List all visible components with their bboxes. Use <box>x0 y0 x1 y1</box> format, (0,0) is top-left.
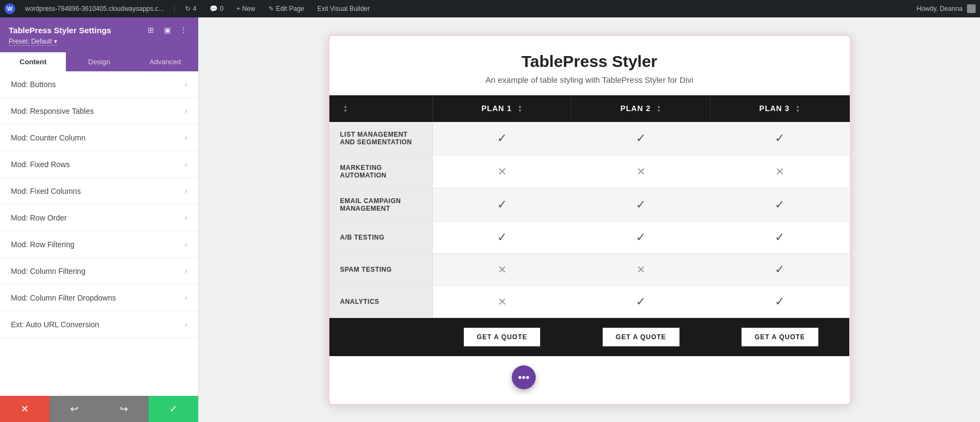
sep1: | <box>174 5 175 13</box>
sidebar-item-fixed-rows[interactable]: Mod: Fixed Rows › <box>0 151 198 178</box>
check-icon: ✓ <box>636 131 646 145</box>
sidebar-item-buttons[interactable]: Mod: Buttons › <box>0 71 198 98</box>
sort-icon: ▲▼ <box>795 105 800 113</box>
tab-advanced[interactable]: Advanced <box>132 52 198 71</box>
sidebar-actions: ✕ ↩ ↪ ✓ <box>0 396 198 422</box>
check-icon: ✓ <box>775 230 785 244</box>
sidebar-item-auto-url-conversion[interactable]: Ext: Auto URL Conversion › <box>0 311 198 338</box>
main-layout: TablePress Styler Settings ⊞ ▣ ⋮ Preset:… <box>0 17 980 422</box>
chevron-down-icon: › <box>185 241 187 248</box>
plan1-cell: ✓ <box>433 221 572 253</box>
content-area: TablePress Styler An example of table st… <box>199 17 980 422</box>
plan2-cell: ✓ <box>572 285 710 317</box>
exit-builder-label: Exit Visual Builder <box>317 5 370 13</box>
sidebar-preset[interactable]: Preset: Default ▾ <box>9 38 57 46</box>
get-quote-plan3-button[interactable]: GET A QUOTE <box>740 327 819 347</box>
plan2-cell: ✓ <box>572 188 710 221</box>
plan1-cell: ✕ <box>433 253 572 285</box>
footer-plan1-cell: GET A QUOTE <box>433 317 572 356</box>
sort-icon: ▲▼ <box>344 105 348 113</box>
check-icon: ✓ <box>497 230 507 244</box>
admin-bar: W wordpress-784896-3610405.cloudwaysapps… <box>0 0 980 17</box>
redo-icon: ↪ <box>120 403 128 415</box>
sidebar-item-column-filter-dropdowns[interactable]: Mod: Column Filter Dropdowns › <box>0 285 198 311</box>
admin-bar-right: Howdy, Deanna <box>917 4 976 13</box>
sidebar-item-row-filtering[interactable]: Mod: Row Filtering › <box>0 231 198 258</box>
sort-icon: ▲▼ <box>657 105 661 113</box>
redo-button[interactable]: ↪ <box>99 396 149 422</box>
fab-icon: ••• <box>518 371 529 384</box>
check-icon: ✓ <box>775 131 785 145</box>
get-quote-plan1-button[interactable]: GET A QUOTE <box>463 327 542 347</box>
cross-icon: ✕ <box>636 264 646 276</box>
admin-bar-edit-page[interactable]: ✎ Edit Page <box>265 0 308 17</box>
sidebar-items-list: Mod: Buttons › Mod: Responsive Tables › … <box>0 71 198 396</box>
check-icon: ✓ <box>775 262 785 276</box>
footer-plan2-cell: GET A QUOTE <box>572 317 710 356</box>
sidebar-item-column-filtering[interactable]: Mod: Column Filtering › <box>0 258 198 285</box>
user-avatar[interactable] <box>967 4 976 13</box>
plan1-cell: ✓ <box>433 188 572 221</box>
feature-cell: SPAM TESTING <box>329 253 433 285</box>
sidebar-header-top: TablePress Styler Settings ⊞ ▣ ⋮ <box>9 24 189 36</box>
plan2-cell: ✕ <box>572 253 710 285</box>
col-plan1-header[interactable]: PLAN 1 ▲▼ <box>433 95 572 122</box>
get-quote-plan2-button[interactable]: GET A QUOTE <box>602 327 681 347</box>
plan1-cell: ✕ <box>433 285 572 317</box>
plan2-cell: ✓ <box>572 221 710 253</box>
table-row: EMAIL CAMPAIGN MANAGEMENT✓✓✓ <box>329 188 850 221</box>
check-icon: ✓ <box>636 198 646 211</box>
wp-logo-icon[interactable]: W <box>4 3 15 14</box>
chevron-down-icon: › <box>185 161 187 168</box>
chevron-down-icon: › <box>185 214 187 222</box>
new-label: + New <box>236 5 255 13</box>
feature-cell: A/B TESTING <box>329 221 433 253</box>
feature-cell: ANALYTICS <box>329 285 433 317</box>
admin-bar-site[interactable]: wordpress-784896-3610405.cloudwaysapps.c… <box>22 0 167 17</box>
undo-icon: ↩ <box>70 403 78 415</box>
sidebar-item-counter-column[interactable]: Mod: Counter Column › <box>0 125 198 151</box>
cross-icon: ✕ <box>775 166 785 178</box>
sidebar-item-responsive-tables[interactable]: Mod: Responsive Tables › <box>0 98 198 125</box>
table-footer-row: GET A QUOTE GET A QUOTE GET A QUOTE <box>329 317 850 356</box>
feature-cell: LIST MANAGEMENT AND SEGMENTATION <box>329 122 433 155</box>
check-icon: ✓ <box>497 198 507 211</box>
floating-action-button[interactable]: ••• <box>512 365 536 389</box>
plan3-cell: ✓ <box>710 188 849 221</box>
admin-bar-exit-builder[interactable]: Exit Visual Builder <box>314 0 373 17</box>
check-icon: ✓ <box>636 230 646 244</box>
sidebar-item-fixed-columns[interactable]: Mod: Fixed Columns › <box>0 178 198 205</box>
table-card: TablePress Styler An example of table st… <box>328 35 851 405</box>
sidebar-minimize-icon[interactable]: ⊞ <box>145 24 157 36</box>
tab-design[interactable]: Design <box>66 52 132 71</box>
sidebar-expand-icon[interactable]: ▣ <box>161 24 173 36</box>
table-main-title: TablePress Styler <box>340 52 839 71</box>
admin-bar-new[interactable]: + New <box>233 0 258 17</box>
feature-cell: EMAIL CAMPAIGN MANAGEMENT <box>329 188 433 221</box>
sidebar-more-icon[interactable]: ⋮ <box>177 24 189 36</box>
col-plan3-header[interactable]: PLAN 3 ▲▼ <box>710 95 849 122</box>
cross-icon: ✕ <box>498 296 507 308</box>
tab-content[interactable]: Content <box>0 52 66 71</box>
chevron-down-icon: › <box>185 134 187 142</box>
undo-button[interactable]: ↩ <box>50 396 99 422</box>
table-row: A/B TESTING✓✓✓ <box>329 221 850 253</box>
sidebar-header-icons: ⊞ ▣ ⋮ <box>145 24 189 36</box>
save-button[interactable]: ✓ <box>149 396 198 422</box>
chevron-down-icon: › <box>185 107 187 115</box>
admin-bar-refresh[interactable]: ↻ 4 <box>182 0 200 17</box>
table-row: LIST MANAGEMENT AND SEGMENTATION✓✓✓ <box>329 122 850 155</box>
plan3-cell: ✓ <box>710 122 849 155</box>
admin-bar-comments[interactable]: 💬 0 <box>206 0 227 17</box>
col-feature-header[interactable]: ▲▼ <box>329 95 433 122</box>
cross-icon: ✕ <box>636 166 646 178</box>
cancel-button[interactable]: ✕ <box>0 396 50 422</box>
footer-empty-cell <box>329 317 433 356</box>
table-row: MARKETING AUTOMATION✕✕✕ <box>329 155 850 188</box>
plan1-cell: ✓ <box>433 122 572 155</box>
table-body: LIST MANAGEMENT AND SEGMENTATION✓✓✓MARKE… <box>329 122 850 318</box>
col-plan2-header[interactable]: PLAN 2 ▲▼ <box>572 95 710 122</box>
sidebar-tabs: Content Design Advanced <box>0 52 198 71</box>
sort-icon: ▲▼ <box>518 105 523 113</box>
sidebar-item-row-order[interactable]: Mod: Row Order › <box>0 205 198 231</box>
